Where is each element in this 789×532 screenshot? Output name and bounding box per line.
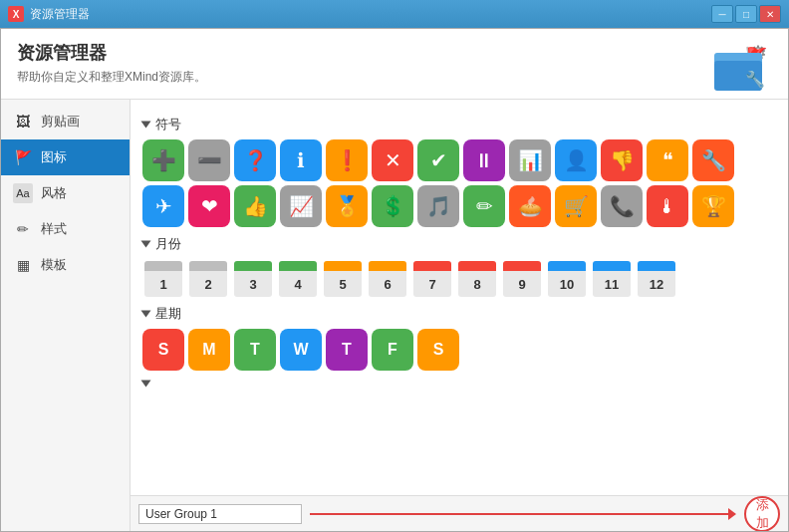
symbol-icon-chart[interactable]: 📊 [509, 139, 551, 181]
page-title: 资源管理器 [17, 41, 206, 65]
month-cell-1[interactable]: 1 [142, 259, 184, 297]
usergroup-toggle[interactable] [141, 381, 151, 388]
symbol-icon-user[interactable]: 👤 [555, 139, 597, 181]
sidebar-item-template[interactable]: ▦ 模板 [1, 247, 130, 283]
symbol-icon-heart[interactable]: ❤ [188, 185, 230, 227]
symbol-icon-close[interactable]: ✕ [372, 139, 413, 181]
weekday-cell-5[interactable]: F [372, 329, 413, 371]
month-cell-11[interactable]: 11 [591, 259, 633, 297]
symbol-icon-add[interactable]: ➕ [142, 139, 184, 181]
month-cell-4[interactable]: 4 [277, 259, 319, 297]
body: 🖼 剪贴画 🚩 图标 Aa 风格 ✏ 样式 ▦ 模板 [1, 100, 788, 531]
symbols-toggle[interactable] [141, 122, 151, 129]
symbol-icon-thumbup[interactable]: 👍 [234, 185, 276, 227]
weekday-cell-2[interactable]: T [234, 329, 276, 371]
sidebar-label-theme: 样式 [41, 220, 67, 238]
header-right: ⚙ 🚩 🔧 [692, 41, 772, 91]
sidebar-item-style[interactable]: Aa 风格 [1, 175, 130, 211]
theme-icon: ✏ [13, 219, 33, 239]
clipboard-icon: 🖼 [13, 112, 33, 132]
group-name-input[interactable] [138, 504, 302, 524]
symbol-icon-info[interactable]: ℹ [280, 139, 322, 181]
symbol-icon-tools[interactable]: 🔧 [692, 139, 734, 181]
main-window: 资源管理器 帮助你自定义和整理XMind资源库。 ⚙ 🚩 🔧 🖼 剪贴画 🚩 图… [0, 28, 789, 532]
month-cell-2[interactable]: 2 [187, 259, 229, 297]
month-cell-3[interactable]: 3 [232, 259, 274, 297]
arrow-line [310, 513, 728, 515]
arrow-decoration [310, 513, 736, 515]
month-cell-5[interactable]: 5 [322, 259, 364, 297]
symbol-icon-pie[interactable]: 🥧 [509, 185, 551, 227]
symbol-icon-music[interactable]: 🎵 [417, 185, 459, 227]
sidebar-label-template: 模板 [41, 256, 67, 274]
sidebar-item-icons[interactable]: 🚩 图标 [1, 139, 130, 175]
months-toggle[interactable] [141, 241, 151, 248]
arrow-head [728, 508, 736, 520]
symbol-icon-exclaim[interactable]: ❗ [326, 139, 368, 181]
sidebar-label-clipboard: 剪贴画 [41, 113, 80, 131]
sidebar: 🖼 剪贴画 🚩 图标 Aa 风格 ✏ 样式 ▦ 模板 [1, 100, 131, 531]
icons-icon: 🚩 [13, 147, 33, 167]
symbols-section-header: 符号 [142, 116, 776, 133]
symbol-icon-check[interactable]: ✔ [417, 139, 459, 181]
weekdays-toggle[interactable] [141, 311, 151, 318]
weekdays-grid: SMTWTFS [142, 329, 776, 371]
symbols-label: 符号 [155, 116, 181, 133]
close-button[interactable]: ✕ [759, 5, 781, 23]
template-icon: ▦ [13, 255, 33, 275]
symbol-icon-cart[interactable]: 🛒 [555, 185, 597, 227]
content-inner: 符号 ➕➖❓ℹ❗✕✔⏸📊👤👎❝🔧✈❤👍📈🏅💲🎵✏🥧🛒📞🌡🏆 月份 1234567… [131, 100, 788, 434]
bottom-bar: 添加 [131, 495, 788, 531]
weekday-cell-6[interactable]: S [417, 329, 459, 371]
title-bar: X 资源管理器 ─ □ ✕ [0, 0, 789, 28]
symbol-icon-medal[interactable]: 🏅 [326, 185, 368, 227]
symbol-icon-minus[interactable]: ➖ [188, 139, 230, 181]
app-icon: X [8, 6, 24, 22]
header: 资源管理器 帮助你自定义和整理XMind资源库。 ⚙ 🚩 🔧 [1, 29, 788, 100]
weekday-cell-1[interactable]: M [188, 329, 230, 371]
maximize-button[interactable]: □ [735, 5, 757, 23]
symbol-icon-quote[interactable]: ❝ [647, 139, 688, 181]
title-bar-text: 资源管理器 [30, 6, 711, 23]
page-subtitle: 帮助你自定义和整理XMind资源库。 [17, 69, 206, 86]
month-cell-7[interactable]: 7 [411, 259, 453, 297]
weekdays-label: 星期 [155, 305, 181, 323]
symbol-icon-plane[interactable]: ✈ [142, 185, 184, 227]
sidebar-item-theme[interactable]: ✏ 样式 [1, 211, 130, 247]
sidebar-label-style: 风格 [41, 184, 67, 202]
sidebar-item-clipboard[interactable]: 🖼 剪贴画 [1, 104, 130, 139]
content-area[interactable]: 符号 ➕➖❓ℹ❗✕✔⏸📊👤👎❝🔧✈❤👍📈🏅💲🎵✏🥧🛒📞🌡🏆 月份 1234567… [131, 100, 788, 531]
sidebar-label-icons: 图标 [41, 148, 67, 166]
symbol-icon-pencil[interactable]: ✏ [463, 185, 505, 227]
title-bar-controls: ─ □ ✕ [711, 5, 781, 23]
symbol-icon-temp[interactable]: 🌡 [647, 185, 688, 227]
month-cell-9[interactable]: 9 [501, 259, 543, 297]
month-cell-12[interactable]: 12 [636, 259, 677, 297]
toolbox-illustration: ⚙ 🚩 🔧 [692, 41, 767, 91]
month-cell-10[interactable]: 10 [546, 259, 588, 297]
month-cell-6[interactable]: 6 [367, 259, 408, 297]
months-section-header: 月份 [142, 235, 776, 253]
header-left: 资源管理器 帮助你自定义和整理XMind资源库。 [17, 41, 206, 86]
minimize-button[interactable]: ─ [711, 5, 733, 23]
add-button[interactable]: 添加 [744, 496, 780, 532]
months-grid: 123456789101112 [142, 259, 776, 297]
weekdays-section-header: 星期 [142, 305, 776, 323]
month-cell-8[interactable]: 8 [456, 259, 498, 297]
symbol-icon-trophy[interactable]: 🏆 [692, 185, 734, 227]
symbol-icon-phone[interactable]: 📞 [601, 185, 643, 227]
weekday-cell-3[interactable]: W [280, 329, 322, 371]
months-label: 月份 [155, 235, 181, 253]
symbol-icon-dollar[interactable]: 💲 [372, 185, 413, 227]
symbols-grid: ➕➖❓ℹ❗✕✔⏸📊👤👎❝🔧✈❤👍📈🏅💲🎵✏🥧🛒📞🌡🏆 [142, 139, 776, 227]
symbol-icon-question[interactable]: ❓ [234, 139, 276, 181]
wrench-icon: 🔧 [745, 70, 765, 89]
symbol-icon-trend[interactable]: 📈 [280, 185, 322, 227]
symbol-icon-thumbdown[interactable]: 👎 [601, 139, 643, 181]
symbol-icon-pause[interactable]: ⏸ [463, 139, 505, 181]
weekday-cell-0[interactable]: S [142, 329, 184, 371]
style-icon: Aa [13, 183, 33, 203]
usergroup-section-header [142, 379, 776, 389]
weekday-cell-4[interactable]: T [326, 329, 368, 371]
